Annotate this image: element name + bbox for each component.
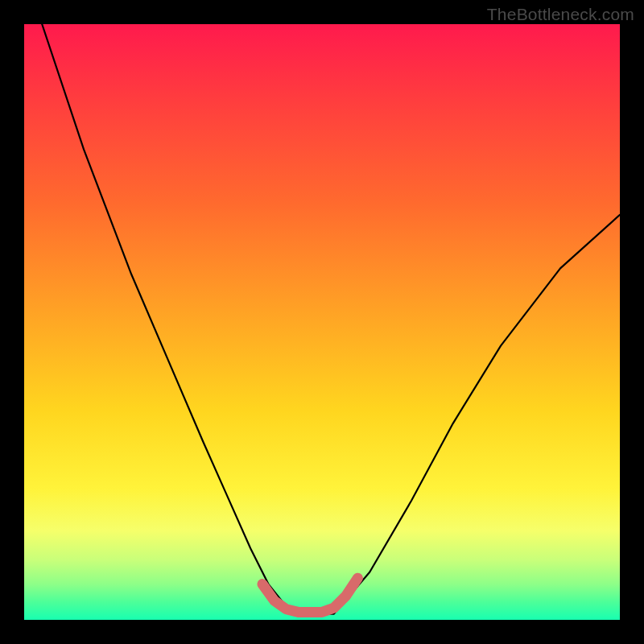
- plot-area: [24, 24, 620, 620]
- chart-frame: TheBottleneck.com: [0, 0, 644, 644]
- watermark-text: TheBottleneck.com: [487, 5, 634, 24]
- background-gradient: [24, 24, 620, 620]
